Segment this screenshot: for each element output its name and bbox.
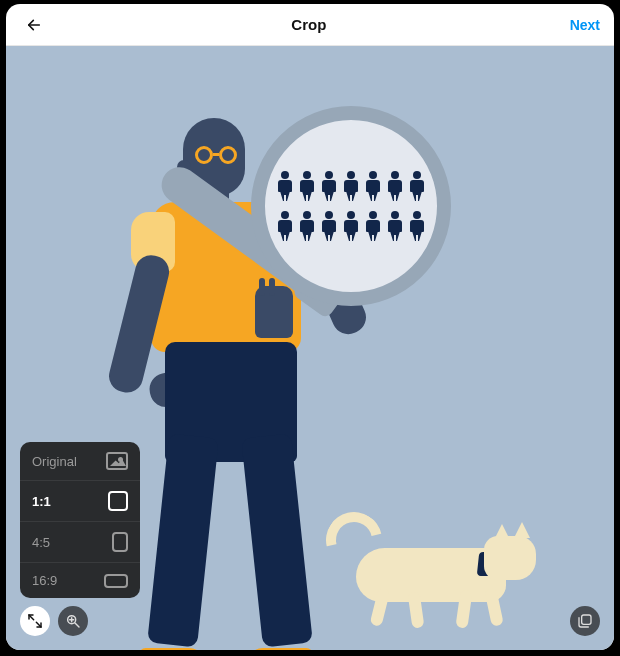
aspect-option-label: 1:1 (32, 494, 51, 509)
crop-dialog: Crop Next (6, 4, 614, 650)
gallery-icon (577, 613, 593, 629)
person-icon (299, 171, 315, 201)
person-icon (409, 211, 425, 241)
person-icon (277, 171, 293, 201)
person-icon (321, 211, 337, 241)
aspect-option-label: 4:5 (32, 535, 50, 550)
next-button[interactable]: Next (570, 17, 600, 33)
aspect-option-orig[interactable]: Original (20, 442, 140, 481)
image-canvas[interactable]: Original1:14:516:9 (6, 46, 614, 650)
aspect-option-label: 16:9 (32, 573, 57, 588)
aspect-shape-icon (106, 452, 128, 470)
person-icon (277, 211, 293, 241)
aspect-option-11[interactable]: 1:1 (20, 481, 140, 522)
person-icon (365, 211, 381, 241)
aspect-shape-icon (104, 574, 128, 588)
aspect-option-label: Original (32, 454, 77, 469)
person-icon (343, 211, 359, 241)
gallery-button[interactable] (570, 606, 600, 636)
aspect-shape-icon (112, 532, 128, 552)
illustration-magnifier (251, 106, 451, 306)
person-icon (365, 171, 381, 201)
person-icon (387, 171, 403, 201)
header-bar: Crop Next (6, 4, 614, 46)
person-icon (321, 171, 337, 201)
person-icon (409, 171, 425, 201)
crop-toggle-button[interactable] (20, 606, 50, 636)
illustration-people-grid (265, 120, 437, 292)
person-icon (343, 171, 359, 201)
illustration-cat (326, 518, 556, 638)
person-icon (299, 211, 315, 241)
page-title: Crop (291, 16, 326, 33)
aspect-option-169[interactable]: 16:9 (20, 563, 140, 598)
person-icon (387, 211, 403, 241)
aspect-ratio-panel: Original1:14:516:9 (20, 442, 140, 598)
aspect-option-45[interactable]: 4:5 (20, 522, 140, 563)
zoom-icon (65, 613, 81, 629)
back-button[interactable] (20, 11, 48, 39)
aspect-shape-icon (108, 491, 128, 511)
expand-icon (27, 613, 43, 629)
svg-line-4 (75, 623, 79, 627)
svg-rect-7 (582, 615, 591, 624)
back-arrow-icon (26, 17, 42, 33)
zoom-button[interactable] (58, 606, 88, 636)
